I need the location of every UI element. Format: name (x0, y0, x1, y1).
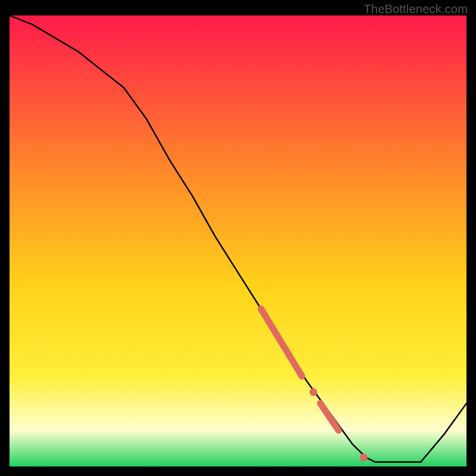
bottleneck-chart (10, 15, 466, 466)
watermark-text: TheBottleneck.com (364, 2, 468, 16)
gradient-background (10, 15, 466, 466)
chart-frame (10, 15, 466, 466)
marker-dot (360, 453, 368, 461)
marker-dot (309, 388, 317, 396)
